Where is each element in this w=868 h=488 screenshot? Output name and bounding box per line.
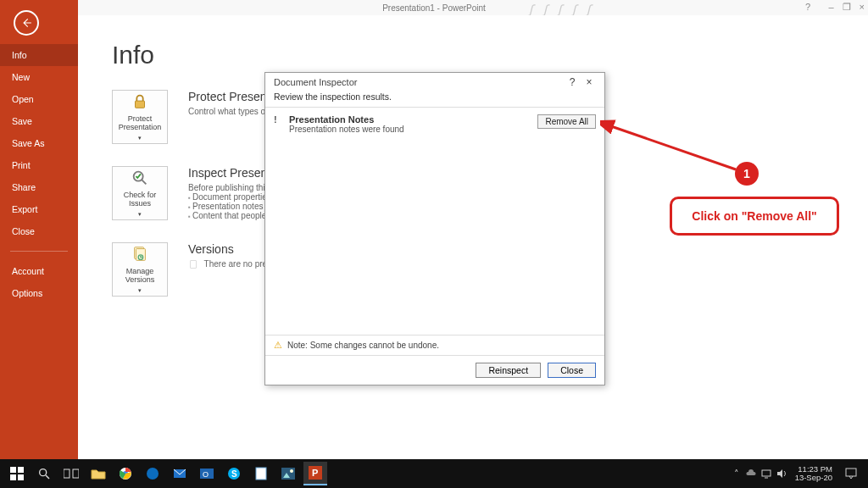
svg-text:P: P [312, 468, 318, 478]
taskbar-clock[interactable]: 11:23 PM 13-Sep-20 [795, 465, 832, 482]
mail-button[interactable] [168, 462, 192, 485]
svg-rect-13 [73, 469, 79, 478]
task-view-icon [64, 468, 79, 480]
system-tray[interactable] [746, 469, 788, 479]
tray-expand-icon[interactable]: ˄ [734, 469, 739, 480]
start-button[interactable] [5, 462, 29, 485]
task-view-button[interactable] [59, 462, 83, 485]
warning-icon: ⚠ [274, 340, 282, 351]
taskbar[interactable]: O S P ˄ 11:23 PM 13-Sep-20 [0, 459, 868, 488]
help-icon[interactable]: ? [805, 2, 810, 12]
svg-rect-9 [10, 474, 16, 480]
powerpoint-button[interactable]: P [303, 462, 327, 485]
svg-point-16 [147, 468, 159, 480]
svg-rect-5 [191, 261, 197, 269]
window-titlebar: Presentation1 - PowerPoint ? – ❐ × ʃʃʃʃʃ [0, 0, 868, 15]
edge-icon [146, 467, 159, 480]
minimize-button[interactable]: – [828, 2, 833, 13]
chrome-icon [119, 467, 132, 480]
svg-rect-30 [846, 469, 856, 476]
alert-bang-icon: ! [274, 114, 282, 125]
dialog-close-x[interactable]: × [581, 76, 598, 88]
result-subtext: Presentation notes were found [289, 125, 531, 134]
svg-point-11 [40, 469, 47, 476]
svg-rect-10 [18, 474, 24, 480]
nav-account[interactable]: Account [0, 260, 78, 282]
dialog-note: ⚠ Note: Some changes cannot be undone. [265, 335, 604, 355]
notepad-button[interactable] [249, 462, 273, 485]
window-close-button[interactable]: × [860, 2, 865, 13]
notification-icon [845, 468, 857, 480]
nav-export[interactable]: Export [0, 198, 78, 220]
check-for-issues-button[interactable]: Check for Issues ▾ [112, 166, 168, 220]
caret-icon: ▾ [138, 135, 142, 141]
windows-icon [10, 467, 24, 480]
annotation-step-number: 1 [735, 162, 759, 186]
nav-close[interactable]: Close [0, 220, 78, 242]
nav-print[interactable]: Print [0, 154, 78, 176]
nav-new[interactable]: New [0, 66, 78, 88]
skype-icon: S [227, 467, 241, 480]
back-button[interactable] [14, 10, 39, 36]
outlook-icon: O [200, 467, 214, 480]
nav-share[interactable]: Share [0, 176, 78, 198]
caret-icon: ▾ [138, 211, 142, 218]
reinspect-button[interactable]: Reinspect [476, 363, 541, 378]
manage-versions-button[interactable]: Manage Versions ▾ [112, 242, 168, 297]
svg-marker-29 [777, 469, 782, 478]
svg-rect-28 [762, 470, 771, 476]
notification-center-button[interactable] [839, 462, 863, 485]
window-controls: – ❐ × [828, 2, 865, 13]
protect-presentation-button[interactable]: Protect Presentation ▾ [112, 90, 168, 144]
onedrive-icon[interactable] [746, 469, 756, 479]
svg-rect-22 [256, 468, 266, 480]
window-title: Presentation1 - PowerPoint [382, 3, 486, 13]
dialog-titlebar[interactable]: Document Inspector ? × [265, 73, 604, 90]
volume-icon[interactable] [776, 469, 788, 478]
protect-btn-label: Protect Presentation [113, 114, 167, 131]
search-icon [37, 467, 51, 480]
nav-info[interactable]: Info [0, 44, 78, 66]
dialog-subtitle: Review the inspection results. [265, 90, 604, 108]
versions-btn-label: Manage Versions [113, 267, 167, 284]
photos-button[interactable] [276, 462, 300, 485]
chrome-button[interactable] [114, 462, 137, 485]
magnifier-check-icon [131, 169, 149, 187]
photos-icon [281, 468, 295, 480]
dialog-note-text: Note: Some changes cannot be undone. [287, 341, 439, 350]
result-title: Presentation Notes [289, 114, 531, 125]
file-explorer-button[interactable] [86, 462, 110, 485]
powerpoint-icon: P [309, 466, 322, 480]
svg-point-25 [290, 469, 293, 473]
dialog-close-button[interactable]: Close [548, 363, 596, 378]
nav-open[interactable]: Open [0, 88, 78, 110]
taskbar-date: 13-Sep-20 [795, 474, 832, 482]
svg-text:O: O [203, 470, 209, 479]
backstage-sidebar: Info New Open Save Save As Print Share E… [0, 0, 78, 459]
outlook-button[interactable]: O [195, 462, 219, 485]
document-inspector-dialog: Document Inspector ? × Review the inspec… [264, 72, 605, 385]
remove-all-button[interactable]: Remove All [537, 114, 596, 129]
search-button[interactable] [32, 462, 56, 485]
dialog-help-button[interactable]: ? [564, 76, 581, 88]
nav-saveas[interactable]: Save As [0, 132, 78, 154]
svg-text:S: S [231, 469, 237, 479]
svg-rect-0 [136, 101, 145, 108]
nav-save[interactable]: Save [0, 110, 78, 132]
network-icon[interactable] [761, 469, 771, 479]
annotation-callout: Click on "Remove All" [670, 197, 839, 236]
inspection-result-row: ! Presentation Notes Presentation notes … [274, 114, 596, 134]
notepad-icon [255, 467, 267, 480]
restore-button[interactable]: ❐ [843, 2, 851, 13]
dialog-title: Document Inspector [274, 77, 357, 87]
page-title: Info [112, 41, 834, 69]
skype-button[interactable]: S [222, 462, 246, 485]
dialog-footer: Reinspect Close [265, 355, 604, 385]
edge-button[interactable] [141, 462, 164, 485]
lock-icon [131, 92, 149, 111]
dialog-body: ! Presentation Notes Presentation notes … [265, 108, 604, 335]
taskbar-left: O S P [5, 462, 327, 485]
svg-rect-7 [10, 467, 16, 473]
mail-icon [173, 467, 186, 480]
nav-options[interactable]: Options [0, 282, 78, 304]
